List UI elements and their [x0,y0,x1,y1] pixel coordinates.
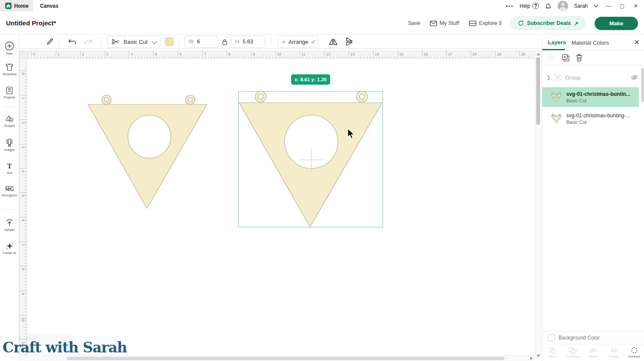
panel-scroll-thumb[interactable] [641,68,644,102]
sidebar-item-label: Templates [0,72,19,76]
action-label: Slice [549,355,556,358]
tab-home[interactable]: Home [0,0,33,12]
save-button[interactable]: Save [408,20,420,26]
panel-scrollbar[interactable] [641,67,644,325]
height-input[interactable]: H 5.63 [231,36,265,48]
tab-canvas[interactable]: Canvas [33,0,65,12]
canvas-horizontal-scrollbar[interactable] [19,355,535,361]
panel-close-icon[interactable]: ✕ [634,38,640,46]
user-menu-chevron-icon[interactable] [594,4,598,8]
layers-panel: Layers Material Colors ✕ ❯ Group svg-01-… [542,35,644,361]
ruler-unit-label: 16 [424,52,428,56]
layer-row-selected[interactable]: svg-01-christmas-buntin... Basic Cut [542,87,639,107]
layer-thumbnail-bunting [551,113,562,124]
hot-air-balloon-icon [6,138,13,147]
bunting-shape-selected[interactable] [237,89,385,229]
edit-toolbar: Basic Cut W 6 H 5.63 Arrange [19,35,542,49]
undo-icon[interactable] [68,39,77,45]
sidebar-item-monogram[interactable]: MG Monogram [0,185,19,197]
fill-color-swatch[interactable] [165,37,173,46]
ruler-unit-label: 0 [21,73,25,75]
linetype-value: Basic Cut [124,39,148,45]
width-input[interactable]: W 6 [184,36,219,48]
action-contour[interactable]: Contour [624,344,644,361]
sparkle-ai-icon [6,242,14,250]
tab-material-colors[interactable]: Material Colors [571,40,609,46]
project-file-icon [6,86,13,95]
ruler-unit-label: 14 [375,52,379,56]
my-stuff-button[interactable]: My Stuff [430,20,459,26]
lock-aspect-icon[interactable] [222,39,228,45]
duplicate-icon[interactable] [562,54,570,62]
horizontal-scroll-thumb[interactable] [67,357,504,360]
ruler-unit-label: 8 [228,52,231,56]
ruler-unit-label: 20 [521,52,526,56]
sidebar-item-projects[interactable]: Projects [0,86,19,99]
sidebar-item-text[interactable]: T Text [0,162,19,175]
scroll-right-arrow-icon[interactable] [530,357,533,360]
ruler-unit-label: 10 [277,52,282,56]
sidebar-item-label: Images [0,148,19,152]
sidebar-item-new[interactable]: New [0,41,19,55]
chevron-down-icon [152,38,158,44]
hide-eye-off-icon[interactable] [631,74,638,80]
action-label: Contour [628,355,640,358]
ruler-unit-label: 5 [21,195,25,197]
window-maximize-icon[interactable]: ▢ [618,3,626,9]
bunting-shape-left[interactable] [86,94,211,210]
group-select-icon [554,73,562,81]
ruler-unit-label: 11 [301,52,305,56]
redo-icon[interactable] [84,39,93,45]
ruler-unit-label: 8 [21,268,25,270]
sidebar-item-images[interactable]: Images [0,138,19,152]
explore-button[interactable]: Explore 3 [469,20,502,26]
notifications-bell-icon[interactable] [545,2,552,9]
scroll-up-arrow-icon[interactable] [537,53,540,55]
window-minimize-icon[interactable]: — [605,3,612,9]
ruler-unit-label: 9 [21,293,25,295]
layer-thumbnail-bunting [551,92,562,102]
slice-icon [549,347,556,354]
arrange-layers-icon [283,39,285,45]
design-canvas[interactable]: 01234567891011121314151617181920 0123456… [19,49,542,361]
scroll-down-arrow-icon[interactable] [537,355,540,357]
ungroup-icon[interactable] [547,54,556,62]
arrange-dropdown[interactable]: Arrange [278,36,318,48]
tab-layers[interactable]: Layers [548,39,566,46]
sidebar-item-create-ai[interactable]: Create AI [0,242,19,255]
sidebar-item-label: Upload [0,228,19,232]
sidebar-item-label: Projects [0,95,19,99]
project-title: Untitled Project* [6,19,56,27]
canvas-vertical-scrollbar[interactable] [535,52,541,358]
expand-chevron-icon[interactable]: ❯ [547,75,550,80]
overflow-menu-icon[interactable]: ••• [506,3,514,9]
subscriber-deals-button[interactable]: Subscriber Deals ↗ [511,17,585,30]
help-button[interactable]: Help ? [519,3,539,9]
action-label: Combine [566,355,580,358]
monogram-tool-icon: MG [5,186,14,192]
ruler-unit-label: 17 [448,52,452,56]
mouse-cursor-icon [347,128,356,140]
user-avatar[interactable] [558,1,568,11]
layer-row[interactable]: svg-01-christmas-bunting-... Basic Cut [542,109,639,128]
window-close-icon[interactable]: ✕ [632,3,640,9]
sidebar-item-label: Text [0,171,19,175]
ruler-unit-label: 7 [21,244,25,246]
pencil-edit-icon[interactable] [46,38,54,46]
upload-icon [6,219,13,227]
text-tool-icon: T [7,162,12,170]
ruler-unit-label: 6 [179,52,182,56]
flip-vertical-icon[interactable] [345,38,354,46]
background-color-swatch[interactable] [548,334,555,341]
layer-group-row[interactable]: ❯ Group [542,71,644,84]
linetype-select[interactable]: Basic Cut [107,36,161,48]
make-button[interactable]: Make [595,17,638,30]
sidebar-divider [3,209,15,210]
sidebar-item-templates[interactable]: Templates [0,63,19,76]
sidebar-item-upload[interactable]: Upload [0,219,19,232]
vertical-scroll-thumb[interactable] [536,57,540,125]
delete-trash-icon[interactable] [576,54,583,62]
sidebar-item-shapes[interactable]: Shapes [0,115,19,128]
flip-horizontal-icon[interactable] [328,38,338,46]
user-name[interactable]: Sarah [574,3,588,9]
